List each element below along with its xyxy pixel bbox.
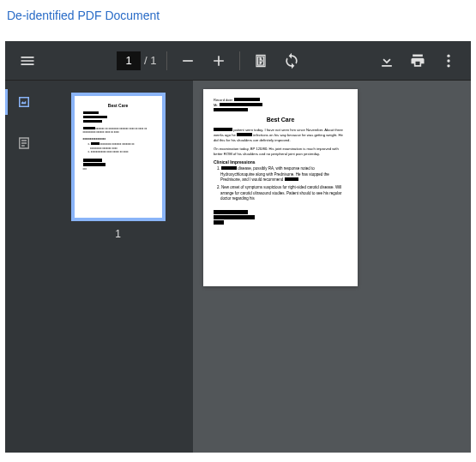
thumbnail-label: 1 <box>115 228 121 240</box>
sidebar <box>5 81 43 453</box>
separator <box>166 51 167 70</box>
thumbnails-tab[interactable] <box>11 89 37 115</box>
download-button[interactable] <box>371 45 402 76</box>
para2: On examination today, BP 120/80. His joi… <box>214 147 347 157</box>
svg-point-0 <box>447 54 449 57</box>
section-impressions: Clinical Impressions <box>214 159 347 165</box>
impression-2: 2. New onset of symptoms suspicious for … <box>220 185 347 201</box>
thumbnail-pane: Best Care xxxxxxx xx xxxxxxxx xxxxxxx xx… <box>43 81 193 453</box>
rotate-button[interactable] <box>276 45 307 76</box>
menu-button[interactable] <box>12 45 43 76</box>
pdf-page-1: Record date: Mr. Best Care patient seen … <box>203 89 358 286</box>
zoom-in-button[interactable] <box>203 45 234 76</box>
zoom-out-button[interactable] <box>172 45 203 76</box>
document-title-link[interactable]: De-identified PDF Document <box>0 0 476 31</box>
doc-title: Best Care <box>214 117 347 123</box>
svg-point-1 <box>447 59 449 62</box>
page-current-input[interactable]: 1 <box>117 51 141 70</box>
viewer-content: Best Care xxxxxxx xx xxxxxxxx xxxxxxx xx… <box>5 81 471 453</box>
outline-tab[interactable] <box>11 130 37 156</box>
document-pane[interactable]: Record date: Mr. Best Care patient seen … <box>193 81 471 453</box>
more-button[interactable] <box>433 45 464 76</box>
thumb-title: Best Care <box>83 103 154 108</box>
svg-point-2 <box>447 64 449 67</box>
thumbnail-page-1[interactable]: Best Care xxxxxxx xx xxxxxxxx xxxxxxx xx… <box>71 93 166 221</box>
separator <box>239 51 240 70</box>
impression-1: 1. disease, possibly RA, with response n… <box>220 166 347 183</box>
active-tab-indicator <box>5 89 8 115</box>
toolbar: 1 / 1 <box>5 41 471 81</box>
fit-page-button[interactable] <box>245 45 276 76</box>
pdf-viewer: 1 / 1 <box>5 41 471 453</box>
print-button[interactable] <box>402 45 433 76</box>
page-indicator: 1 / 1 <box>117 51 156 70</box>
page-total: / 1 <box>144 54 156 67</box>
